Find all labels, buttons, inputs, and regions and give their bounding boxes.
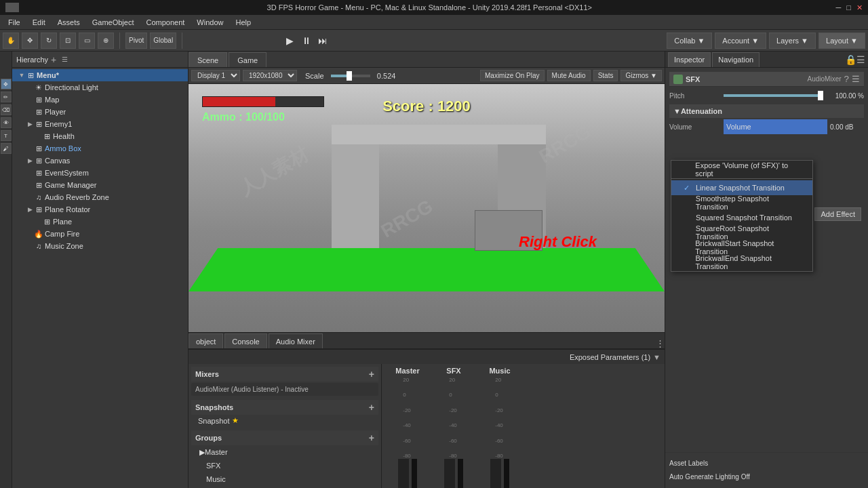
transform-tool-btn[interactable]: ⊕ bbox=[98, 33, 114, 49]
snapshot-item[interactable]: Snapshot ★ bbox=[191, 415, 378, 426]
collab-btn[interactable]: Collab ▼ bbox=[667, 33, 712, 49]
tree-item-enemy1[interactable]: ▶ ⊞ Enemy1 bbox=[12, 118, 188, 130]
move-tool-btn[interactable]: ✥ bbox=[22, 33, 38, 49]
hierarchy-add-btn[interactable]: + bbox=[51, 54, 56, 65]
tool-eye[interactable]: 👁 bbox=[1, 117, 12, 128]
menu-edit[interactable]: Edit bbox=[27, 17, 51, 28]
tool-text[interactable]: T bbox=[1, 130, 12, 141]
scale-slider[interactable] bbox=[331, 75, 370, 77]
tree-item-dirlight[interactable]: ☀ Directional Light bbox=[12, 81, 188, 94]
tree-item-campfire[interactable]: 🔥 Camp Fire bbox=[12, 228, 188, 240]
hierarchy-menu-btn[interactable]: ☰ bbox=[62, 56, 68, 63]
tree-arrow-enemy1[interactable]: ▶ bbox=[26, 121, 34, 127]
global-btn[interactable]: Global bbox=[150, 33, 176, 49]
ctx-brickwallstart[interactable]: BrickwallStart Snapshot Transition bbox=[671, 240, 812, 255]
tree-item-canvas[interactable]: ▶ ⊞ Canvas bbox=[12, 155, 188, 167]
tree-label-map: Map bbox=[45, 96, 59, 104]
ctx-squared[interactable]: Squared Snapshot Transition bbox=[671, 210, 812, 225]
pause-btn[interactable]: ⏸ bbox=[300, 34, 313, 47]
tab-scene[interactable]: Scene bbox=[189, 52, 227, 67]
play-btn[interactable]: ▶ bbox=[283, 34, 297, 47]
step-btn[interactable]: ⏭ bbox=[316, 34, 330, 47]
tree-arrow-planerotator[interactable]: ▶ bbox=[26, 206, 34, 213]
tab-game[interactable]: Game bbox=[229, 52, 267, 67]
maximize-play-btn[interactable]: Maximize On Play bbox=[480, 70, 545, 81]
ctx-brickwallend[interactable]: BrickwallEnd Snapshot Transition bbox=[671, 255, 812, 270]
tree-item-musiczone[interactable]: ♫ Music Zone bbox=[12, 240, 188, 252]
pitch-slider-thumb[interactable] bbox=[818, 91, 823, 100]
tree-item-map[interactable]: ⊞ Map bbox=[12, 94, 188, 106]
fader-master-track[interactable] bbox=[398, 459, 409, 488]
tree-item-planerotator[interactable]: ▶ ⊞ Plane Rotator bbox=[12, 203, 188, 216]
menu-gameobject[interactable]: GameObject bbox=[87, 17, 140, 28]
volume-input[interactable] bbox=[724, 119, 827, 134]
inspector-lock-btn[interactable]: 🔒 bbox=[845, 54, 856, 65]
bottom-panel-menu[interactable]: ⋮ bbox=[656, 338, 665, 348]
groups-section-header[interactable]: Groups + bbox=[191, 430, 378, 445]
audiomixer-item[interactable]: AudioMixer (Audio Listener) - Inactive bbox=[191, 383, 378, 396]
tree-item-reverb[interactable]: ♫ Audio Reverb Zone bbox=[12, 191, 188, 203]
pitch-slider-track[interactable] bbox=[724, 94, 821, 97]
group-master[interactable]: ▶ Master bbox=[191, 445, 378, 459]
tree-item-player[interactable]: ⊞ Player bbox=[12, 106, 188, 118]
menu-component[interactable]: Component bbox=[140, 17, 190, 28]
tree-item-health[interactable]: ⊞ Health bbox=[12, 130, 188, 142]
pitch-slider[interactable]: 100.00 % bbox=[724, 92, 864, 100]
mute-audio-btn[interactable]: Mute Audio bbox=[547, 70, 591, 81]
scale-tool-btn[interactable]: ⊡ bbox=[60, 33, 76, 49]
attenuation-header[interactable]: ▼ Attenuation bbox=[669, 104, 864, 118]
ctx-expose-script[interactable]: Expose 'Volume (of SFX)' to script bbox=[671, 162, 812, 177]
close-btn[interactable]: ✕ bbox=[856, 3, 863, 12]
rotate-tool-btn[interactable]: ↻ bbox=[41, 33, 57, 49]
snapshots-section-header[interactable]: Snapshots + bbox=[191, 400, 378, 415]
sfx-menu-btn[interactable]: ☰ bbox=[852, 74, 860, 84]
tool-eraser[interactable]: ⌫ bbox=[1, 104, 12, 115]
group-sfx[interactable]: SFX bbox=[191, 459, 378, 472]
tool-brush[interactable]: ✏ bbox=[1, 92, 12, 102]
account-btn[interactable]: Account ▼ bbox=[715, 33, 766, 49]
inspector-tab-navigation[interactable]: Navigation bbox=[712, 52, 760, 67]
minimize-btn[interactable]: ─ bbox=[836, 3, 842, 12]
group-music[interactable]: Music bbox=[191, 472, 378, 486]
fader-music-track[interactable] bbox=[490, 459, 501, 488]
tree-item-gamemanager[interactable]: ⊞ Game Manager bbox=[12, 179, 188, 191]
add-effect-btn[interactable]: Add Effect bbox=[814, 207, 861, 221]
resolution-select[interactable]: 1920x1080 bbox=[243, 70, 297, 81]
tool-paint[interactable]: 🖌 bbox=[1, 143, 12, 154]
pivot-btn[interactable]: Pivot bbox=[125, 33, 147, 49]
maximize-btn[interactable]: □ bbox=[846, 3, 851, 12]
tree-item-eventsystem[interactable]: ⊞ EventSystem bbox=[12, 167, 188, 179]
stats-btn[interactable]: Stats bbox=[593, 70, 618, 81]
tab-object[interactable]: object bbox=[189, 333, 223, 348]
inspector-menu-btn[interactable]: ☰ bbox=[856, 54, 865, 65]
ctx-linear[interactable]: ✓ Linear Snapshot Transition bbox=[671, 180, 812, 195]
tree-item-ammobox[interactable]: ⊞ Ammo Box bbox=[12, 142, 188, 155]
mixers-add-btn[interactable]: + bbox=[369, 369, 374, 380]
ctx-squareroot[interactable]: SquareRoot Snapshot Transition bbox=[671, 225, 812, 240]
hand-tool-btn[interactable]: ✋ bbox=[3, 33, 19, 49]
menu-window[interactable]: Window bbox=[191, 17, 229, 28]
gizmos-btn[interactable]: Gizmos ▼ bbox=[620, 70, 662, 81]
tree-item-menu[interactable]: ▼ ⊞ Menu* bbox=[12, 69, 188, 81]
tree-item-plane[interactable]: ⊞ Plane bbox=[12, 216, 188, 228]
groups-add-btn[interactable]: + bbox=[369, 432, 374, 443]
rect-tool-btn[interactable]: ▭ bbox=[79, 33, 95, 49]
ctx-smoothstep[interactable]: Smoothstep Snapshot Transition bbox=[671, 195, 812, 210]
inspector-tab-inspector[interactable]: Inspector bbox=[668, 52, 711, 67]
tree-arrow-canvas[interactable]: ▶ bbox=[26, 157, 34, 164]
mixers-section-header[interactable]: Mixers + bbox=[191, 367, 378, 382]
menu-assets[interactable]: Assets bbox=[52, 17, 85, 28]
menu-help[interactable]: Help bbox=[230, 17, 256, 28]
tree-arrow-menu[interactable]: ▼ bbox=[18, 72, 26, 79]
menu-file[interactable]: File bbox=[3, 17, 26, 28]
layers-btn[interactable]: Layers ▼ bbox=[769, 33, 816, 49]
snapshots-add-btn[interactable]: + bbox=[369, 402, 374, 413]
tab-audio-mixer[interactable]: Audio Mixer bbox=[269, 333, 323, 348]
tab-console[interactable]: Console bbox=[224, 333, 267, 348]
scale-thumb[interactable] bbox=[347, 71, 352, 81]
sfx-help-btn[interactable]: ? bbox=[844, 74, 849, 84]
fader-sfx-track[interactable] bbox=[444, 459, 455, 488]
layout-btn[interactable]: Layout ▼ bbox=[818, 33, 865, 49]
tool-move[interactable]: ✥ bbox=[1, 79, 12, 89]
display-select[interactable]: Display 1 bbox=[191, 70, 240, 81]
